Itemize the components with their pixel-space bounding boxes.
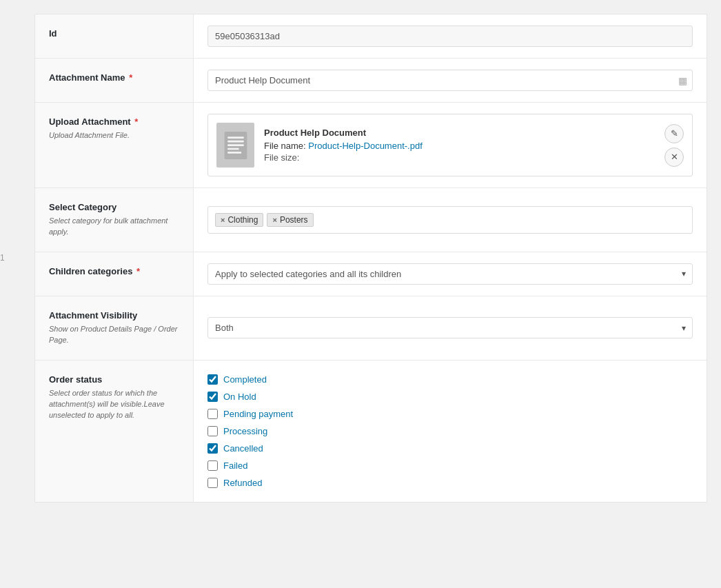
order-status-field-col: Completed On Hold Pending payment P (194, 361, 707, 502)
order-status-checkbox-list: Completed On Hold Pending payment P (207, 372, 293, 491)
checkbox-item-processing: Processing (207, 426, 293, 436)
children-label: Children categories * (49, 266, 179, 276)
upload-label-col: Upload Attachment * Upload Attachment Fi… (35, 103, 194, 187)
checkbox-onhold[interactable] (207, 392, 218, 402)
upload-label: Upload Attachment * (49, 116, 179, 127)
file-info: Product Help Document File name: Product… (264, 128, 658, 163)
checkbox-item-onhold: On Hold (207, 392, 293, 402)
children-select[interactable]: Apply to selected categories and all its… (207, 263, 693, 285)
edit-file-button[interactable]: ✎ (664, 124, 684, 143)
file-title: Product Help Document (264, 128, 658, 138)
order-status-description: Select order status for which the attach… (49, 389, 165, 420)
svg-rect-3 (227, 144, 244, 146)
category-tag-area[interactable]: × Clothing × Posters (207, 206, 693, 234)
visibility-label: Attachment Visibility (49, 310, 179, 321)
category-description: Select category for bulk attachment appl… (49, 216, 167, 236)
children-field-col: Apply to selected categories and all its… (194, 252, 707, 296)
attachment-name-field-col: ▦ (194, 59, 707, 102)
tag-clothing-label: Clothing (227, 215, 258, 225)
svg-rect-1 (227, 136, 244, 139)
visibility-description: Show on Product Details Page / Order Pag… (49, 325, 177, 344)
file-link[interactable]: Product-Help-Document-.pdf (308, 141, 422, 151)
checkbox-item-completed: Completed (207, 374, 293, 385)
order-status-label: Order status (49, 374, 179, 385)
edit-icon: ✎ (671, 128, 678, 139)
upload-area: Product Help Document File name: Product… (207, 114, 693, 176)
id-row: Id (35, 14, 707, 59)
attachment-name-required: * (127, 72, 133, 83)
category-field-col: × Clothing × Posters (194, 188, 707, 252)
svg-rect-5 (227, 152, 241, 154)
visibility-select-wrapper: Both Product Details Page Order Page (207, 317, 693, 338)
visibility-select[interactable]: Both Product Details Page Order Page (207, 317, 693, 338)
attachment-name-input[interactable] (207, 70, 693, 91)
checkbox-processing-label: Processing (223, 426, 267, 436)
tag-posters-label: Posters (280, 215, 308, 225)
close-icon: ✕ (671, 152, 678, 162)
order-status-label-col: Order status Select order status for whi… (35, 361, 194, 502)
file-name-row: File name: Product-Help-Document-.pdf (264, 141, 658, 151)
tag-clothing-remove[interactable]: × (221, 216, 225, 224)
checkbox-cancelled[interactable] (207, 443, 218, 454)
upload-row: Upload Attachment * Upload Attachment Fi… (35, 103, 707, 188)
children-select-wrapper: Apply to selected categories and all its… (207, 263, 693, 285)
id-field-col (194, 14, 707, 58)
checkbox-item-failed: Failed (207, 460, 293, 471)
checkbox-item-pending: Pending payment (207, 409, 293, 419)
checkbox-failed[interactable] (207, 460, 218, 471)
form-container: Id Attachment Name * ▦ (34, 14, 707, 503)
category-label: Select Category (49, 202, 179, 212)
checkbox-cancelled-label: Cancelled (223, 443, 263, 454)
attachment-name-label-col: Attachment Name * (35, 59, 194, 102)
tag-clothing: × Clothing (215, 213, 263, 227)
attachment-name-input-wrapper: ▦ (207, 70, 693, 91)
checkbox-item-cancelled: Cancelled (207, 443, 293, 454)
upload-actions: ✎ ✕ (664, 124, 684, 167)
id-label: Id (49, 28, 179, 39)
attachment-name-label: Attachment Name * (49, 72, 179, 83)
category-label-col: Select Category Select category for bulk… (35, 188, 194, 252)
checkbox-item-refunded: Refunded (207, 478, 293, 488)
remove-file-button[interactable]: ✕ (664, 148, 684, 167)
checkbox-refunded[interactable] (207, 478, 218, 488)
file-svg-icon (223, 132, 248, 159)
checkbox-completed-label: Completed (223, 374, 267, 385)
tag-posters-remove[interactable]: × (272, 216, 276, 224)
order-status-row: Order status Select order status for whi… (35, 361, 707, 502)
checkbox-completed[interactable] (207, 374, 218, 385)
tag-posters: × Posters (267, 213, 313, 227)
checkbox-failed-label: Failed (223, 460, 247, 471)
children-label-col: Children categories * (35, 252, 194, 296)
attachment-name-icon: ▦ (678, 75, 687, 86)
file-icon (216, 123, 254, 168)
checkbox-processing[interactable] (207, 426, 218, 436)
side-number: 1 (0, 253, 5, 263)
checkbox-onhold-label: On Hold (223, 392, 256, 402)
upload-field-col: Product Help Document File name: Product… (194, 103, 707, 187)
visibility-field-col: Both Product Details Page Order Page (194, 296, 707, 360)
checkbox-refunded-label: Refunded (223, 478, 262, 488)
svg-rect-4 (227, 148, 238, 150)
id-label-col: Id (35, 14, 194, 58)
visibility-row: Attachment Visibility Show on Product De… (35, 296, 707, 361)
filesize-label: File size: (264, 152, 299, 163)
checkbox-pending[interactable] (207, 409, 218, 419)
attachment-name-row: Attachment Name * ▦ (35, 59, 707, 103)
filename-label: File name: (264, 141, 306, 151)
svg-rect-2 (227, 140, 244, 142)
filesize-row: File size: (264, 152, 658, 163)
upload-description: Upload Attachment File. (49, 131, 130, 139)
children-required: * (134, 266, 140, 276)
checkbox-pending-label: Pending payment (223, 409, 293, 419)
children-row: Children categories * Apply to selected … (35, 252, 707, 296)
upload-required: * (132, 116, 139, 127)
visibility-label-col: Attachment Visibility Show on Product De… (35, 296, 194, 360)
id-input[interactable] (207, 26, 693, 47)
category-row: Select Category Select category for bulk… (35, 188, 707, 252)
